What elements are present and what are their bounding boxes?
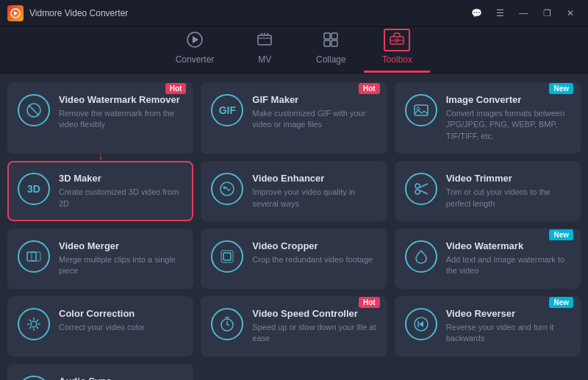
svg-point-18: [415, 190, 420, 194]
tool-desc-video-watermark-remover: Remove the watermark from the video flex…: [59, 108, 183, 131]
titlebar: Vidmore Video Converter 💬 ☰ — ❐ ✕: [0, 0, 588, 26]
tool-name-gif-maker: GIF Maker: [252, 94, 376, 105]
badge-video-watermark-remover: Hot: [165, 83, 187, 94]
toolbox-icon: [384, 29, 410, 51]
arrow-indicator: ↓: [98, 149, 104, 162]
tab-converter-label: Converter: [176, 54, 215, 65]
svg-marker-1: [14, 11, 18, 15]
chat-button[interactable]: 💬: [466, 6, 487, 21]
svg-line-30: [29, 320, 31, 321]
tool-name-color-correction: Color Correction: [59, 308, 183, 319]
tool-info-video-trimmer: Video Trimmer Trim or cut your videos to…: [446, 173, 570, 209]
tool-icon-video-watermark-remover: [18, 94, 50, 126]
tool-name-audio-sync: Audio Sync: [59, 376, 183, 380]
svg-rect-13: [415, 105, 428, 115]
tool-info-video-merger: Video Merger Merge multiple clips into a…: [59, 240, 183, 277]
tool-icon-video-speed-controller: [211, 308, 243, 340]
svg-line-31: [37, 327, 38, 329]
badge-gif-maker: Hot: [359, 83, 380, 94]
tool-card-3d-maker[interactable]: 3D 3D Maker Create customized 3D video f…: [7, 161, 193, 221]
tool-name-video-cropper: Video Cropper: [252, 240, 376, 251]
tool-info-3d-maker: 3D Maker Create customized 3D video from…: [59, 173, 183, 209]
tool-name-video-speed-controller: Video Speed Controller: [252, 308, 376, 319]
tool-card-video-watermark-remover[interactable]: Hot Video Watermark Remover Remove the w…: [7, 82, 193, 154]
tool-desc-gif-maker: Make customized GIF with your video or i…: [252, 108, 376, 131]
tab-toolbox-label: Toolbox: [382, 54, 412, 65]
tool-info-image-converter: Image Converter Convert images formats b…: [446, 94, 570, 142]
tool-info-video-watermark-remover: Video Watermark Remover Remove the water…: [59, 94, 183, 131]
tool-card-image-converter[interactable]: New Image Converter Convert images forma…: [395, 82, 581, 154]
tool-icon-color-correction: [18, 308, 50, 340]
badge-image-converter: New: [549, 83, 573, 94]
svg-rect-6: [331, 33, 337, 39]
tools-grid: Hot Video Watermark Remover Remove the w…: [7, 82, 581, 380]
mv-icon: [257, 32, 273, 51]
tool-desc-video-reverser: Reverse your video and turn it backwards: [446, 322, 570, 345]
tool-icon-video-enhancer: [211, 173, 243, 205]
tool-desc-video-enhancer: Improve your video quality in several wa…: [252, 187, 376, 209]
tool-desc-video-watermark: Add text and image watermark to the vide…: [446, 254, 570, 277]
svg-line-33: [29, 327, 31, 329]
tool-desc-color-correction: Correct your video color: [59, 322, 183, 333]
tool-info-video-speed-controller: Video Speed Controller Speed up or slow …: [252, 308, 376, 345]
tool-card-audio-sync[interactable]: Audio Sync: [7, 364, 193, 380]
tool-info-color-correction: Color Correction Correct your video colo…: [59, 308, 183, 333]
tool-card-video-watermark[interactable]: New Video Watermark Add text and image w…: [395, 229, 581, 289]
titlebar-controls: 💬 ☰ — ❐ ✕: [466, 6, 581, 21]
tool-name-image-converter: Image Converter: [446, 94, 570, 105]
svg-point-16: [223, 187, 226, 189]
restore-button[interactable]: ❐: [537, 6, 557, 21]
tab-toolbox[interactable]: Toolbox: [364, 23, 430, 73]
tool-info-video-watermark: Video Watermark Add text and image water…: [446, 240, 570, 277]
close-button[interactable]: ✕: [560, 6, 581, 21]
nav-tabs: Converter MV Collage: [0, 26, 588, 74]
tool-card-video-cropper[interactable]: Video Cropper Crop the redundant video f…: [201, 229, 387, 289]
tool-card-video-speed-controller[interactable]: Hot Video Speed Controller Speed up or s…: [201, 296, 387, 356]
tool-name-video-watermark: Video Watermark: [446, 240, 570, 251]
app-title: Vidmore Video Converter: [29, 8, 128, 18]
tool-desc-video-cropper: Crop the redundant video footage: [252, 254, 376, 265]
tool-card-video-merger[interactable]: Video Merger Merge multiple clips into a…: [7, 229, 193, 289]
svg-marker-3: [193, 36, 198, 43]
svg-point-17: [415, 184, 420, 188]
svg-point-25: [31, 321, 37, 327]
tab-mv-label: MV: [258, 54, 271, 65]
tool-name-video-enhancer: Video Enhancer: [252, 173, 376, 184]
collage-icon: [323, 32, 339, 51]
svg-line-19: [420, 184, 428, 187]
tool-name-video-merger: Video Merger: [59, 240, 183, 251]
svg-rect-4: [258, 35, 271, 45]
app-logo: [7, 5, 24, 21]
tool-card-color-correction[interactable]: Color Correction Correct your video colo…: [7, 296, 193, 356]
tool-icon-image-converter: [405, 94, 437, 126]
tool-desc-video-speed-controller: Speed up or slow down your file at ease: [252, 322, 376, 345]
tool-info-video-reverser: Video Reverser Reverse your video and tu…: [446, 308, 570, 345]
tool-icon-video-merger: [18, 240, 50, 273]
tab-collage[interactable]: Collage: [298, 26, 364, 73]
tool-icon-video-reverser: [405, 308, 437, 340]
tool-desc-image-converter: Convert images formats between JPG/JPEG,…: [446, 108, 570, 142]
tool-name-video-reverser: Video Reverser: [446, 308, 570, 319]
tab-collage-label: Collage: [316, 54, 346, 65]
tool-info-gif-maker: GIF Maker Make customized GIF with your …: [252, 94, 376, 131]
menu-button[interactable]: ☰: [490, 6, 510, 21]
svg-marker-39: [419, 321, 423, 327]
tool-icon-3d-maker: 3D: [18, 173, 50, 205]
badge-video-watermark: New: [549, 229, 573, 240]
svg-rect-24: [223, 253, 231, 260]
tool-card-video-trimmer[interactable]: Video Trimmer Trim or cut your videos to…: [395, 161, 581, 221]
tool-name-video-watermark-remover: Video Watermark Remover: [59, 94, 183, 105]
tool-card-gif-maker[interactable]: Hot GIF GIF Maker Make customized GIF wi…: [201, 82, 387, 154]
svg-line-20: [420, 190, 428, 194]
tool-info-video-enhancer: Video Enhancer Improve your video qualit…: [252, 173, 376, 209]
tool-icon-video-cropper: [211, 240, 243, 273]
tab-mv[interactable]: MV: [232, 26, 298, 73]
tool-card-video-enhancer[interactable]: Video Enhancer Improve your video qualit…: [201, 161, 387, 221]
minimize-button[interactable]: —: [513, 6, 534, 21]
titlebar-left: Vidmore Video Converter: [7, 5, 128, 21]
tool-icon-video-watermark: [405, 240, 437, 273]
tab-converter[interactable]: Converter: [158, 26, 232, 73]
tool-card-video-reverser[interactable]: New Video Reverser Reverse your video an…: [395, 296, 581, 356]
tool-desc-3d-maker: Create customized 3D video from 2D: [59, 187, 183, 209]
main-content: Hot Video Watermark Remover Remove the w…: [0, 74, 588, 380]
